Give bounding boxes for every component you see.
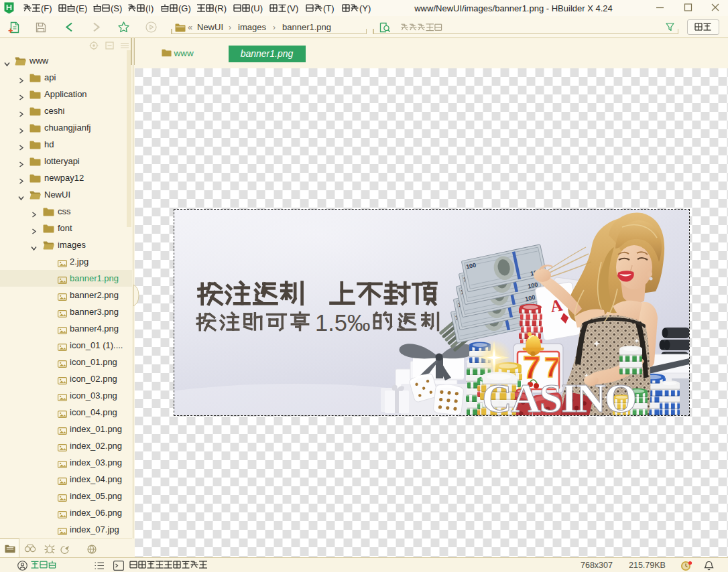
svg-text:1.5‰: 1.5‰ (315, 310, 370, 336)
svg-text:CASINO: CASINO (482, 375, 635, 415)
